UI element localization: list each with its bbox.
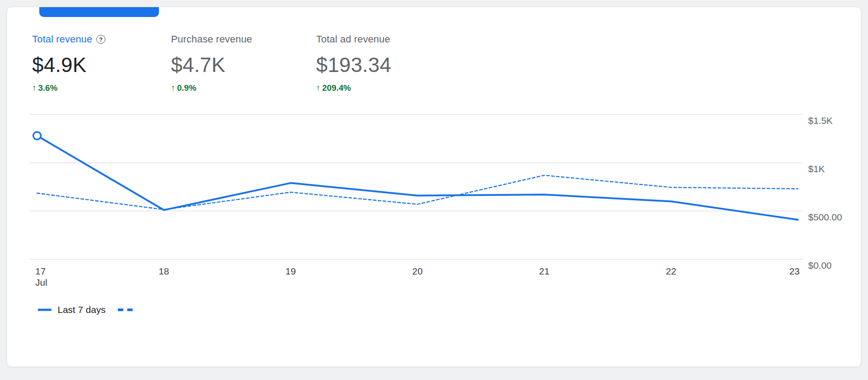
x-axis-tick-label: 21 — [539, 266, 549, 276]
legend-label: Last 7 days — [58, 304, 105, 315]
revenue-line-chart[interactable]: $1.5K$1K$500.00$0.0017181920212223Jul — [7, 110, 861, 307]
metric-label-row: Purchase revenue — [171, 33, 316, 46]
x-axis-tick-label: 23 — [789, 266, 800, 276]
metric-purchase-revenue[interactable]: Purchase revenue $4.7K ↑ 0.9% — [171, 33, 316, 93]
y-axis-tick-label: $500.00 — [808, 212, 842, 222]
metric-delta: ↑ 3.6% — [32, 83, 171, 93]
metric-label: Purchase revenue — [171, 34, 252, 45]
y-axis-tick-label: $1.5K — [808, 115, 833, 126]
up-arrow-icon: ↑ — [32, 83, 37, 93]
metric-value: $4.9K — [32, 53, 171, 77]
metric-tabs: Total revenue ? $4.9K ↑ 3.6% Purchase re… — [32, 33, 391, 93]
dashed-line-swatch — [117, 308, 136, 312]
data-point-marker[interactable] — [33, 132, 41, 139]
metric-label-row: Total ad revenue — [316, 33, 391, 46]
solid-line-swatch — [37, 308, 52, 312]
delta-value: 0.9% — [177, 83, 196, 93]
metric-delta: ↑ 0.9% — [171, 83, 316, 93]
y-axis-tick-label: $0.00 — [808, 260, 832, 270]
x-axis-tick-label: 20 — [412, 266, 422, 276]
x-axis-tick-label: 19 — [285, 266, 296, 276]
metric-total-ad-revenue[interactable]: Total ad revenue $193.34 ↑ 209.4% — [316, 33, 391, 93]
chart-legend: Last 7 days — [37, 304, 136, 316]
report-card: Total revenue ? $4.9K ↑ 3.6% Purchase re… — [7, 7, 861, 367]
help-icon[interactable]: ? — [96, 35, 105, 44]
metric-value: $4.7K — [171, 53, 316, 77]
delta-value: 3.6% — [38, 83, 58, 93]
x-axis-month-label: Jul — [35, 277, 47, 287]
metric-total-revenue[interactable]: Total revenue ? $4.9K ↑ 3.6% — [32, 33, 171, 93]
metric-label-row: Total revenue ? — [32, 33, 171, 46]
up-arrow-icon: ↑ — [171, 83, 175, 93]
x-axis-tick-label: 17 — [35, 266, 46, 276]
question-mark-glyph: ? — [99, 36, 103, 43]
x-axis-tick-label: 18 — [159, 266, 169, 276]
x-axis-tick-label: 22 — [666, 266, 676, 276]
current-period-line — [37, 136, 798, 220]
delta-value: 209.4% — [322, 83, 351, 93]
metric-label: Total ad revenue — [316, 34, 390, 45]
y-axis-tick-label: $1K — [808, 164, 825, 174]
metric-label: Total revenue — [32, 34, 92, 45]
up-arrow-icon: ↑ — [316, 83, 321, 93]
metric-value: $193.34 — [316, 53, 391, 77]
active-tab-indicator[interactable] — [39, 7, 159, 17]
previous-period-line — [37, 175, 798, 210]
metric-delta: ↑ 209.4% — [316, 83, 391, 93]
chart-area[interactable]: $1.5K$1K$500.00$0.0017181920212223Jul — [7, 110, 861, 307]
